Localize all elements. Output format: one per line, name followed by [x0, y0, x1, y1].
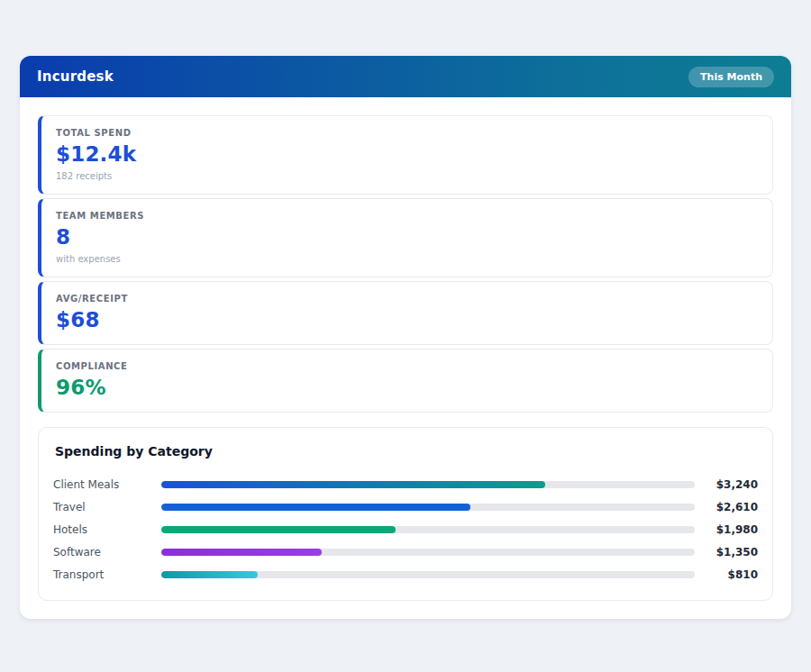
- bar-value-label: $810: [695, 568, 758, 581]
- bar-fill: [161, 481, 545, 488]
- stat-subtext: 182 receipts: [56, 171, 758, 181]
- bar-category-label: Transport: [53, 568, 161, 581]
- stat-card: TOTAL SPEND $12.4k 182 receipts: [38, 115, 773, 195]
- bar-value-label: $1,980: [695, 523, 758, 536]
- stats-list: TOTAL SPEND $12.4k 182 receipts TEAM MEM…: [38, 115, 773, 413]
- bar-category-label: Client Meals: [53, 478, 161, 491]
- app-header: Incurdesk This Month: [20, 56, 791, 97]
- bar-chart: Client Meals $3,240 Travel $2,610 Hotels…: [53, 473, 758, 586]
- bar-fill: [161, 571, 258, 578]
- app-title: Incurdesk: [37, 68, 114, 85]
- stat-card: COMPLIANCE 96%: [38, 349, 773, 413]
- bar-track: [161, 504, 695, 511]
- stat-card: AVG/RECEIPT $68: [38, 281, 773, 345]
- stat-value: 8: [56, 225, 758, 249]
- app-card: Incurdesk This Month TOTAL SPEND $12.4k …: [20, 56, 791, 619]
- bar-value-label: $1,350: [695, 546, 758, 558]
- bar-track: [161, 526, 695, 533]
- bar-fill: [161, 549, 322, 556]
- stat-label: COMPLIANCE: [56, 361, 758, 371]
- stat-value: $12.4k: [56, 142, 758, 166]
- bar-value-label: $2,610: [695, 501, 758, 513]
- bar-row: Client Meals $3,240: [53, 473, 758, 495]
- bar-row: Travel $2,610: [53, 495, 758, 518]
- stat-value: 96%: [56, 376, 758, 399]
- chart-title: Spending by Category: [55, 444, 758, 459]
- bar-row: Hotels $1,980: [53, 518, 758, 540]
- stat-card: TEAM MEMBERS 8 with expenses: [38, 198, 773, 277]
- period-filter-badge[interactable]: This Month: [688, 67, 774, 87]
- stat-label: AVG/RECEIPT: [56, 294, 758, 304]
- bar-fill: [161, 504, 470, 511]
- bar-track: [161, 549, 695, 556]
- stat-label: TOTAL SPEND: [56, 128, 758, 138]
- spending-chart-card: Spending by Category Client Meals $3,240…: [38, 427, 773, 601]
- stat-subtext: with expenses: [56, 254, 758, 264]
- bar-row: Transport $810: [53, 563, 758, 586]
- bar-track: [161, 481, 695, 488]
- bar-row: Software $1,350: [53, 540, 758, 563]
- bar-track: [161, 571, 695, 578]
- bar-fill: [161, 526, 396, 533]
- stat-value: $68: [56, 308, 758, 331]
- bar-category-label: Software: [53, 546, 161, 558]
- stat-label: TEAM MEMBERS: [56, 211, 758, 221]
- bar-category-label: Hotels: [53, 523, 161, 536]
- bar-category-label: Travel: [53, 501, 161, 513]
- bar-value-label: $3,240: [695, 478, 758, 491]
- app-body: TOTAL SPEND $12.4k 182 receipts TEAM MEM…: [20, 97, 791, 619]
